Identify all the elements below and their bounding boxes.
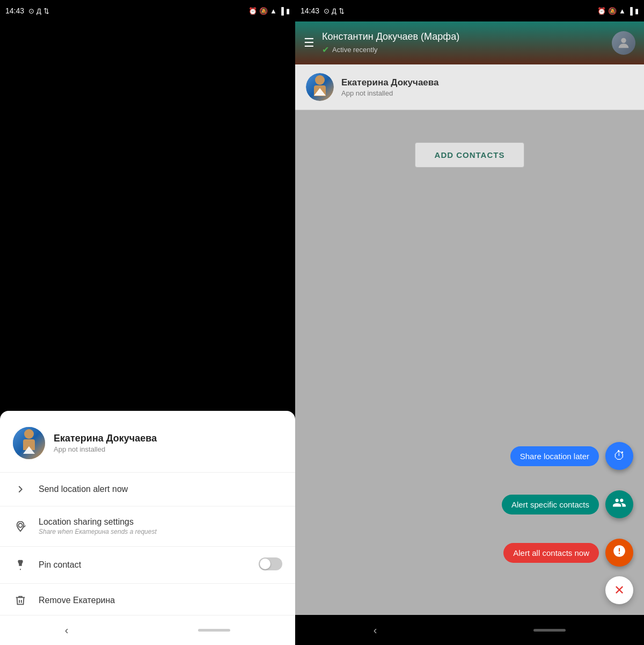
contact-row-info: Екатерина Докучаева App not installed — [341, 77, 439, 97]
right-time: 14:43 — [301, 6, 319, 15]
group-icon — [612, 496, 626, 513]
alert-all-contacts-label[interactable]: Alert all contacts now — [503, 543, 599, 563]
divider-4 — [0, 583, 295, 584]
main-content: ADD CONTACTS Share location later ⏱ Aler… — [295, 110, 644, 615]
menu-item-send-alert[interactable]: Send location alert now — [0, 475, 295, 504]
send-alert-text: Send location alert now — [39, 484, 128, 494]
hamburger-icon[interactable]: ☰ — [304, 36, 314, 50]
pin-toggle-container[interactable] — [259, 557, 282, 572]
right-alarm-icon: ⏰ — [597, 7, 606, 15]
left-black-area — [0, 21, 295, 411]
location-sharing-label: Location sharing settings — [39, 517, 157, 527]
contact-row-avatar — [306, 73, 334, 101]
right-star-icon: ⊙ — [324, 7, 330, 15]
left-contact-info: Екатерина Докучаева App not installed — [54, 433, 157, 453]
right-nav-pill — [533, 629, 566, 632]
left-nav-bar: ‹ — [0, 615, 295, 645]
battery-icon: ▮ — [286, 7, 290, 15]
send-arrow-icon — [13, 483, 28, 495]
divider-3 — [0, 546, 295, 547]
remove-contact-label: Remove Екатерина — [39, 596, 115, 605]
alarm-icon: ⏰ — [248, 7, 257, 15]
left-time: 14:43 — [5, 6, 24, 15]
right-status-icons-right: ⏰ 🔕 ▲ ▐ ▮ — [597, 7, 639, 15]
left-contact-avatar — [13, 427, 45, 459]
share-location-later-label[interactable]: Share location later — [510, 446, 599, 466]
menu-item-pin-contact[interactable]: Pin contact — [0, 549, 295, 581]
pin-contact-text: Pin contact — [39, 560, 81, 570]
active-dot-icon: ✔ — [322, 45, 329, 55]
menu-item-remove-contact[interactable]: Remove Екатерина — [0, 586, 295, 615]
wifi-icon: ▲ — [270, 7, 277, 15]
close-icon: ✕ — [614, 583, 625, 598]
right-signal-icon: ▐ — [628, 7, 633, 15]
share-location-later-fab[interactable]: ⏱ — [605, 442, 633, 470]
left-contact-name: Екатерина Докучаева — [54, 433, 157, 444]
contact-row-name: Екатерина Докучаева — [341, 77, 439, 88]
right-wifi-icon: ▲ — [619, 7, 626, 15]
location-sharing-sublabel: Share when Екатерина sends a request — [39, 528, 157, 535]
left-contact-status: App not installed — [54, 445, 157, 453]
add-contacts-button[interactable]: ADD CONTACTS — [415, 142, 525, 168]
left-panel: 14:43 ⊙ Д ⇅ ⏰ 🔕 ▲ ▐ ▮ — [0, 0, 295, 645]
right-battery-icon: ▮ — [635, 7, 639, 15]
pin-icon — [13, 559, 28, 571]
menu-item-location-sharing[interactable]: Location sharing settings Share when Ека… — [0, 509, 295, 544]
share-icon: ⇅ — [43, 7, 49, 15]
divider-2 — [0, 506, 295, 506]
right-panel: 14:43 ⊙ Д ⇅ ⏰ 🔕 ▲ ▐ ▮ ☰ Константин Докуч… — [295, 0, 644, 645]
pin-contact-label: Pin contact — [39, 560, 81, 570]
fab-alert-all-row: Alert all contacts now — [503, 539, 633, 567]
svg-point-0 — [18, 524, 22, 527]
fab-share-location-row: Share location later ⏱ — [510, 442, 633, 470]
right-status-icons-left: ⊙ Д ⇅ — [324, 7, 345, 15]
alert-icon — [612, 544, 626, 561]
notification-icon: Д — [36, 7, 41, 15]
header-subtitle: ✔ Active recently — [322, 45, 604, 55]
contact-row: Екатерина Докучаева App not installed — [295, 64, 644, 110]
signal-icon: ▐ — [279, 7, 284, 15]
header-subtitle-text: Active recently — [332, 46, 378, 54]
location-sharing-icon — [13, 520, 28, 532]
svg-point-1 — [621, 38, 626, 43]
mute-icon: 🔕 — [259, 7, 268, 15]
close-fab-circle[interactable]: ✕ — [605, 576, 633, 604]
left-nav-pill — [198, 629, 230, 632]
star-icon: ⊙ — [28, 7, 34, 15]
alert-all-contacts-fab[interactable] — [605, 539, 633, 567]
left-status-icons: ⊙ Д ⇅ — [28, 7, 49, 15]
alert-specific-contacts-fab[interactable] — [605, 490, 633, 518]
fab-alert-specific-row: Alert specific contacts — [502, 490, 633, 518]
header-avatar — [612, 31, 635, 55]
contact-row-status: App not installed — [341, 89, 439, 97]
left-status-bar: 14:43 ⊙ Д ⇅ ⏰ 🔕 ▲ ▐ ▮ — [0, 0, 295, 21]
right-mute-icon: 🔕 — [608, 7, 617, 15]
timer-icon: ⏱ — [613, 449, 625, 463]
trash-icon — [13, 595, 28, 606]
right-nav-bar: ‹ — [295, 615, 644, 645]
app-header: ☰ Константин Докучаев (Марфа) ✔ Active r… — [295, 21, 644, 64]
header-title: Константин Докучаев (Марфа) — [322, 31, 604, 42]
right-status-bar: 14:43 ⊙ Д ⇅ ⏰ 🔕 ▲ ▐ ▮ — [295, 0, 644, 21]
header-avatar-inner — [612, 31, 635, 55]
left-bottom-sheet: Екатерина Докучаева App not installed Se… — [0, 411, 295, 645]
remove-contact-text: Remove Екатерина — [39, 596, 115, 605]
right-notif-icon: Д — [332, 7, 336, 15]
send-alert-label: Send location alert now — [39, 484, 128, 494]
location-sharing-text: Location sharing settings Share when Ека… — [39, 517, 157, 535]
alert-specific-contacts-label[interactable]: Alert specific contacts — [502, 495, 599, 514]
pin-toggle[interactable] — [259, 557, 282, 570]
fab-close-button[interactable]: ✕ — [605, 576, 633, 604]
right-share-icon: ⇅ — [339, 7, 345, 15]
divider-1 — [0, 472, 295, 473]
left-contact-header: Екатерина Докучаева App not installed — [0, 422, 295, 470]
right-back-button[interactable]: ‹ — [374, 624, 377, 636]
header-title-block: Константин Докучаев (Марфа) ✔ Active rec… — [322, 31, 604, 55]
left-back-button[interactable]: ‹ — [65, 624, 69, 636]
left-right-status-icons: ⏰ 🔕 ▲ ▐ ▮ — [248, 7, 290, 15]
